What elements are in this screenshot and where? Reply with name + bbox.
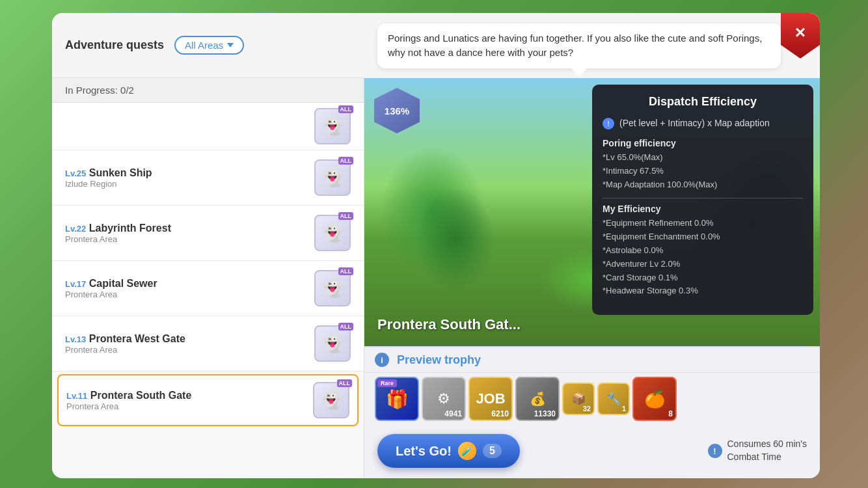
all-badge: ALL — [338, 267, 354, 275]
stamina-count: 5 — [483, 444, 502, 458]
quest-monster-icon: 👻 — [322, 278, 343, 299]
trophy-count: 11330 — [534, 409, 556, 418]
speech-bubble-text: Porings and Lunatics are having fun toge… — [388, 33, 762, 59]
adventure-quests-title: Adventure quests — [65, 38, 164, 52]
trophy-count: 6210 — [491, 409, 509, 418]
trophy-count: 8 — [668, 409, 673, 418]
dropdown-arrow-icon — [227, 43, 234, 47]
quest-info: Lv.11 Prontera South Gate Prontera Area — [66, 390, 191, 411]
trophy-box: 📦 32 — [562, 383, 595, 415]
trophy-box: Rare 🎁 — [375, 377, 419, 421]
quest-monster-icon: 👻 — [321, 390, 342, 411]
quest-level: Lv.22 — [65, 224, 86, 234]
divider — [603, 198, 803, 198]
poring-efficiency-section: Poring efficiency *Lv 65.0%(Max) *Intima… — [603, 138, 803, 191]
trophy-items-row: Rare 🎁 ⚙ 4941 JOB — [364, 373, 820, 427]
quest-name: Labyrinth Forest — [89, 223, 171, 234]
quest-header-row: Lv.25 Sunken Ship — [65, 167, 152, 179]
close-icon: × — [795, 22, 806, 43]
list-item[interactable]: Lv.25 Sunken Ship Izlude Region ALL 👻 — [52, 150, 364, 206]
quest-level: Lv.11 — [66, 391, 87, 401]
stamina-icon: 🧪 — [458, 442, 476, 460]
trophy-item: 🔧 1 — [597, 383, 630, 415]
quest-info: Lv.13 Prontera West Gate Prontera Area — [65, 333, 185, 355]
trophy-count: 4941 — [444, 409, 462, 418]
right-header: Porings and Lunatics are having fun toge… — [364, 13, 820, 78]
trophy-count: 32 — [583, 405, 591, 413]
all-badge: ALL — [338, 323, 354, 331]
lets-go-label: Let's Go! — [396, 444, 452, 459]
quest-icon: ALL 👻 — [314, 325, 351, 362]
preview-info-icon: i — [375, 353, 389, 367]
trophy-count: 1 — [622, 405, 626, 413]
trophy-icon: 🔧 — [606, 392, 621, 406]
trophy-item: Rare 🎁 — [375, 377, 419, 421]
all-badge: ALL — [338, 157, 354, 165]
preview-trophy-label: Preview trophy — [397, 353, 481, 367]
quest-icon: ALL 👻 — [313, 382, 349, 418]
dispatch-title: Dispatch Efficiency — [603, 95, 803, 109]
game-scene: 136% Dispatch Efficiency ! (Pet level + … — [364, 78, 820, 346]
dispatch-line: *Headwear Storage 0.3% — [603, 284, 803, 298]
quest-area: Prontera Area — [65, 234, 171, 244]
list-item-selected[interactable]: Lv.11 Prontera South Gate Prontera Area … — [57, 374, 359, 426]
quest-monster-icon: 👻 — [322, 223, 343, 243]
all-badge: ALL — [338, 212, 354, 220]
quest-level: Lv.17 — [65, 279, 86, 289]
dispatch-line: *Adventurer Lv 2.0% — [603, 258, 803, 271]
combat-time-info: ! Consumes 60 min'sCombat Time — [708, 438, 807, 463]
dispatch-line: *Lv 65.0%(Max) — [603, 151, 803, 165]
right-panel: 136% Dispatch Efficiency ! (Pet level + … — [364, 78, 820, 478]
list-item[interactable]: Lv.13 Prontera West Gate Prontera Area A… — [52, 316, 364, 372]
quest-name: Capital Sewer — [89, 278, 157, 289]
quest-monster-icon: 👻 — [322, 116, 343, 137]
content-area: In Progress: 0/2 ALL 👻 Lv.25 Sunken Ship… — [52, 78, 820, 478]
trophy-icon: 🎁 — [386, 388, 409, 410]
info-icon: ! — [603, 118, 614, 129]
quest-icon: ALL 👻 — [314, 215, 351, 251]
all-areas-button[interactable]: All Areas — [174, 36, 244, 55]
combat-time-text: Consumes 60 min'sCombat Time — [727, 438, 807, 463]
bottom-section: i Preview trophy Rare 🎁 ⚙ — [364, 346, 820, 478]
trophy-icon: 📦 — [571, 392, 586, 406]
quest-area: Izlude Region — [65, 179, 152, 189]
trophy-item: 📦 32 — [562, 383, 595, 415]
dispatch-line: *Equipment Refinement 0.0% — [603, 217, 803, 230]
trophy-box: JOB 6210 — [468, 377, 513, 421]
trophy-box: ⚙ 4941 — [422, 377, 466, 421]
left-panel: In Progress: 0/2 ALL 👻 Lv.25 Sunken Ship… — [52, 78, 364, 478]
dispatch-line: *Intimacy 67.5% — [603, 165, 803, 178]
quest-name: Prontera South Gate — [90, 390, 192, 401]
quest-area: Prontera Area — [66, 401, 191, 411]
preview-trophy-bar: i Preview trophy — [364, 347, 820, 373]
in-progress-label: In Progress: 0/2 — [52, 78, 364, 103]
rare-badge: Rare — [377, 379, 397, 387]
quest-monster-icon: 👻 — [322, 334, 343, 354]
quest-area: Prontera Area — [65, 345, 185, 355]
list-item[interactable]: ALL 👻 — [52, 103, 364, 150]
quest-info: Lv.25 Sunken Ship Izlude Region — [65, 167, 152, 189]
combat-info-icon: ! — [708, 444, 722, 458]
quest-area: Prontera Area — [65, 290, 157, 299]
quest-icon: ALL 👻 — [314, 270, 351, 306]
dispatch-line: *Astrolabe 0.0% — [603, 244, 803, 258]
all-areas-label: All Areas — [185, 40, 223, 51]
trophy-box: 🍊 8 — [632, 377, 677, 421]
quest-name: Sunken Ship — [89, 167, 152, 178]
trophy-item: 💰 11330 — [515, 377, 560, 421]
quest-level: Lv.25 — [65, 169, 86, 178]
quest-header-row: Lv.13 Prontera West Gate — [65, 333, 185, 345]
trophy-item: ⚙ 4941 — [422, 377, 466, 421]
list-item[interactable]: Lv.22 Labyrinth Forest Prontera Area ALL… — [52, 206, 364, 261]
trophy-icon: JOB — [476, 390, 505, 407]
trophy-icon: 💰 — [530, 391, 546, 407]
lets-go-button[interactable]: Let's Go! 🧪 5 — [377, 434, 520, 468]
dispatch-line: *Map Adaptation 100.0%(Max) — [603, 178, 803, 192]
trophy-item: JOB 6210 — [468, 377, 513, 421]
quest-icon: ALL 👻 — [314, 159, 351, 196]
list-item[interactable]: Lv.17 Capital Sewer Prontera Area ALL 👻 — [52, 261, 364, 316]
trophy-icon: ⚙ — [437, 390, 450, 407]
quest-header-row: Lv.22 Labyrinth Forest — [65, 223, 171, 234]
speech-bubble: Porings and Lunatics are having fun toge… — [377, 23, 781, 68]
dispatch-efficiency-tooltip: Dispatch Efficiency ! (Pet level + Intim… — [592, 85, 813, 315]
